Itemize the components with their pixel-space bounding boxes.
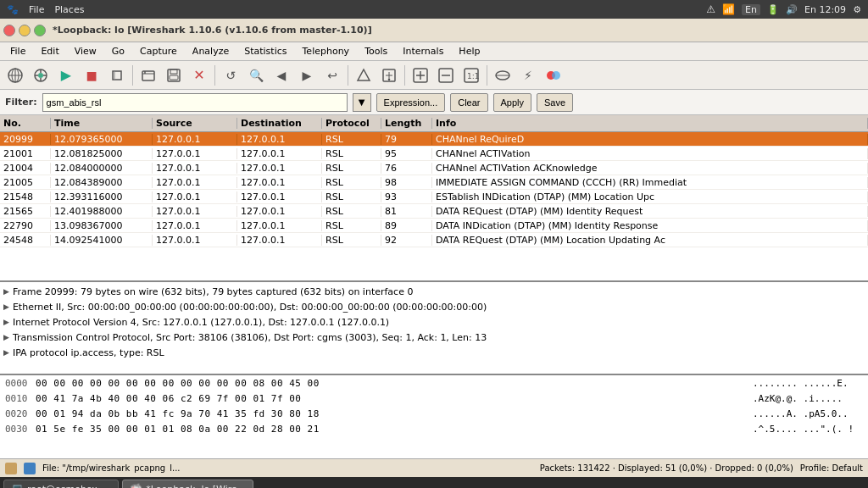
packet-row[interactable]: 20999 12.079365000 127.0.0.1 127.0.0.1 R… bbox=[0, 132, 868, 147]
expand-icon: ▶ bbox=[3, 333, 9, 341]
col-source[interactable]: Source bbox=[153, 118, 237, 129]
detail-text: Transmission Control Protocol, Src Port:… bbox=[13, 332, 487, 343]
menu-edit[interactable]: Edit bbox=[34, 44, 65, 58]
col-no[interactable]: No. bbox=[0, 118, 51, 129]
filter-bar: Filter: ▼ Expression... Clear Apply Save bbox=[0, 90, 868, 115]
detail-row[interactable]: ▶IPA protocol ip.access, type: RSL bbox=[0, 345, 868, 360]
col-info[interactable]: Info bbox=[432, 118, 868, 129]
menu-tools[interactable]: Tools bbox=[358, 44, 394, 58]
colorize-conversation-button[interactable] bbox=[542, 64, 565, 87]
prev-packet-button[interactable]: ◀ bbox=[270, 64, 293, 87]
col-time[interactable]: Time bbox=[51, 118, 153, 129]
restart-capture-button[interactable] bbox=[105, 64, 129, 87]
status-packets-text: Packets: 131422 · Displayed: 51 (0,0%) ·… bbox=[540, 463, 793, 473]
taskbar-item-wireshark[interactable]: 🦈 *Loopback: lo [Wire... bbox=[122, 480, 253, 488]
packet-row[interactable]: 21565 12.401988000 127.0.0.1 127.0.0.1 R… bbox=[0, 204, 868, 219]
cell-src: 127.0.0.1 bbox=[153, 235, 237, 246]
stop-capture-button[interactable]: ■ bbox=[80, 64, 103, 87]
minimize-button[interactable] bbox=[19, 25, 31, 36]
status-icon-file bbox=[5, 463, 17, 474]
col-protocol[interactable]: Protocol bbox=[322, 118, 381, 129]
detail-row[interactable]: ▶Ethernet II, Src: 00:00:00_00:00:00 (00… bbox=[0, 299, 868, 314]
back-button[interactable]: ↩ bbox=[320, 64, 344, 87]
filter-dropdown-button[interactable]: ▼ bbox=[353, 93, 371, 112]
detail-text: Ethernet II, Src: 00:00:00_00:00:00 (00:… bbox=[13, 302, 487, 313]
hex-ascii: .^.5.... ...".(. ! bbox=[753, 424, 863, 435]
applications-menu[interactable]: File bbox=[29, 4, 44, 15]
menu-help[interactable]: Help bbox=[452, 44, 487, 58]
taskbar-item-terminal[interactable]: 💻 root@osmobox: ~ bbox=[3, 480, 119, 488]
cell-len: 95 bbox=[381, 148, 432, 159]
menu-file[interactable]: File bbox=[3, 44, 32, 58]
detail-row[interactable]: ▶Transmission Control Protocol, Src Port… bbox=[0, 330, 868, 345]
clear-filter-button[interactable]: Clear bbox=[450, 93, 487, 112]
packet-row[interactable]: 21004 12.084000000 127.0.0.1 127.0.0.1 R… bbox=[0, 161, 868, 175]
interface-list-button[interactable] bbox=[3, 64, 27, 87]
hex-ascii: ........ ......E. bbox=[753, 378, 863, 389]
status-icon-shark bbox=[24, 463, 36, 474]
cell-time: 12.401988000 bbox=[51, 206, 153, 217]
menu-statistics[interactable]: Statistics bbox=[237, 44, 293, 58]
svg-point-22 bbox=[552, 71, 560, 80]
detail-row[interactable]: ▶Frame 20999: 79 bytes on wire (632 bits… bbox=[0, 284, 868, 299]
open-file-button[interactable] bbox=[136, 64, 160, 87]
close-file-button[interactable]: ✕ bbox=[187, 64, 211, 87]
packet-list-header: No. Time Source Destination Protocol Len… bbox=[0, 115, 868, 132]
maximize-button[interactable] bbox=[34, 25, 46, 36]
cell-info: CHANnel ACTIVation bbox=[432, 148, 868, 159]
close-button[interactable] bbox=[3, 25, 15, 36]
menu-analyze[interactable]: Analyze bbox=[186, 44, 236, 58]
next-packet-button[interactable]: ▶ bbox=[295, 64, 319, 87]
toolbar-separator-1 bbox=[132, 65, 133, 86]
menu-internals[interactable]: Internals bbox=[396, 44, 450, 58]
filter-input[interactable] bbox=[42, 93, 348, 112]
filter-stream-button[interactable]: ⚡ bbox=[516, 64, 540, 87]
start-capture-button[interactable]: ▶ bbox=[54, 64, 78, 87]
packet-row[interactable]: 22790 13.098367000 127.0.0.1 127.0.0.1 R… bbox=[0, 219, 868, 233]
menu-capture[interactable]: Capture bbox=[133, 44, 184, 58]
capture-options-button[interactable] bbox=[29, 64, 53, 87]
detail-row[interactable]: ▶Internet Protocol Version 4, Src: 127.0… bbox=[0, 314, 868, 330]
cell-no: 21565 bbox=[0, 206, 51, 217]
cell-time: 12.084389000 bbox=[51, 177, 153, 188]
cell-len: 98 bbox=[381, 177, 432, 188]
zoom-out-button[interactable] bbox=[434, 64, 458, 87]
packet-row[interactable]: 21005 12.084389000 127.0.0.1 127.0.0.1 R… bbox=[0, 175, 868, 190]
save-filter-button[interactable]: Save bbox=[537, 93, 573, 112]
clock: En 12:09 bbox=[804, 4, 846, 15]
menu-go[interactable]: Go bbox=[105, 44, 131, 58]
places-menu[interactable]: Places bbox=[54, 4, 84, 15]
menu-telephony[interactable]: Telephony bbox=[296, 44, 357, 58]
taskbar-wireshark-label: *Loopback: lo [Wire... bbox=[146, 484, 246, 489]
expressions-button[interactable]: Expression... bbox=[376, 93, 446, 112]
toolbar-separator-2 bbox=[214, 65, 215, 86]
cell-dst: 127.0.0.1 bbox=[237, 220, 322, 231]
packet-info-button[interactable] bbox=[491, 64, 515, 87]
col-destination[interactable]: Destination bbox=[237, 118, 322, 129]
colorize-button[interactable] bbox=[352, 64, 376, 87]
settings-icon[interactable]: ⚙ bbox=[853, 4, 861, 15]
status-bar: File: "/tmp/wireshark_pcapng_l... Packet… bbox=[0, 458, 868, 477]
menu-view[interactable]: View bbox=[68, 44, 103, 58]
save-file-button[interactable] bbox=[162, 64, 186, 87]
expand-icon: ▶ bbox=[3, 302, 9, 311]
packet-row[interactable]: 21001 12.081825000 127.0.0.1 127.0.0.1 R… bbox=[0, 147, 868, 161]
packet-row[interactable]: 24548 14.092541000 127.0.0.1 127.0.0.1 R… bbox=[0, 233, 868, 247]
packet-row[interactable]: 21548 12.393116000 127.0.0.1 127.0.0.1 R… bbox=[0, 190, 868, 204]
cell-src: 127.0.0.1 bbox=[153, 177, 237, 188]
system-bar: 🐾 File Places ⚠ 📶 En 🔋 🔊 En 12:09 ⚙ bbox=[0, 0, 868, 19]
reload-button[interactable]: ↺ bbox=[219, 64, 242, 87]
hex-bytes: 00 01 94 da 0b bb 41 fc 9a 70 41 35 fd 3… bbox=[36, 408, 753, 419]
zoom-in-button[interactable] bbox=[409, 64, 432, 87]
col-length[interactable]: Length bbox=[381, 118, 432, 129]
toolbar: ▶ ■ ✕ ↺ 🔍 ◀ ▶ ↩ 1:1 ⚡ bbox=[0, 61, 868, 90]
cell-dst: 127.0.0.1 bbox=[237, 191, 322, 202]
app-menu[interactable]: 🐾 bbox=[7, 4, 19, 15]
auto-scroll-button[interactable] bbox=[377, 64, 401, 87]
find-packet-button[interactable]: 🔍 bbox=[244, 64, 268, 87]
zoom-reset-button[interactable]: 1:1 bbox=[459, 64, 483, 87]
packet-list[interactable]: 20999 12.079365000 127.0.0.1 127.0.0.1 R… bbox=[0, 132, 868, 280]
svg-rect-7 bbox=[142, 71, 154, 80]
apply-filter-button[interactable]: Apply bbox=[493, 93, 532, 112]
keyboard-layout[interactable]: En bbox=[742, 4, 760, 15]
